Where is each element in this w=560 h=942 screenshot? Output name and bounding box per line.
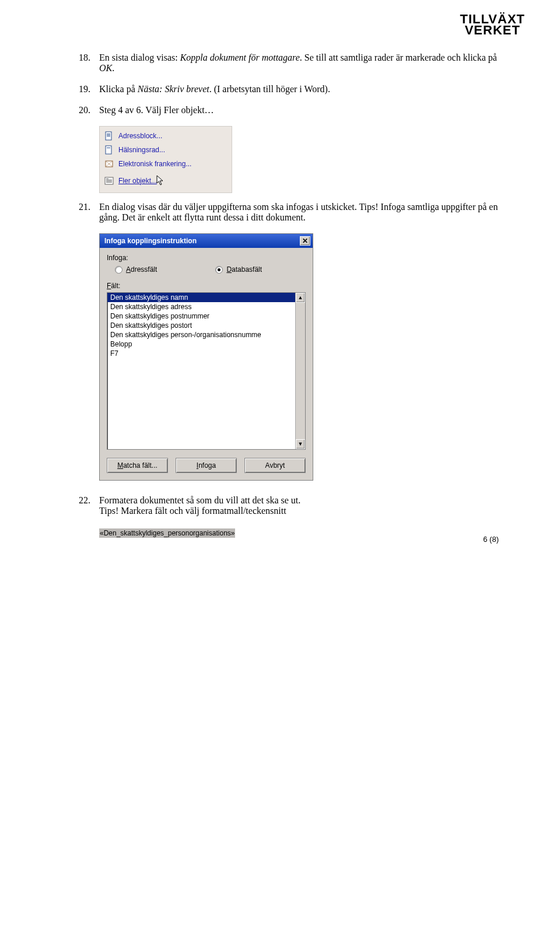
mouse-cursor-icon	[156, 174, 166, 188]
insert-button[interactable]: Infoga	[176, 458, 237, 473]
radio-label: Databasfält	[226, 265, 262, 274]
instruction-list: 18. En sista dialog visas: Koppla dokume…	[79, 52, 499, 115]
document-icon	[104, 131, 114, 141]
close-button[interactable]: ✕	[300, 236, 310, 246]
radio-icon	[215, 266, 223, 274]
step-text: En dialog visas där du väljer uppgiftern…	[99, 202, 498, 222]
scroll-down-button[interactable]: ▼	[296, 439, 305, 449]
dialog-body: Infoga: Adressfält Databasfält Fält: Den…	[100, 248, 313, 480]
svg-rect-9	[106, 180, 112, 180]
step-number: 21.	[79, 202, 90, 212]
step-20: 20. Steg 4 av 6. Välj Fler objekt…	[79, 105, 499, 115]
step-22: 22. Formatera dokumentet så som du vill …	[79, 495, 499, 516]
svg-rect-4	[106, 146, 111, 154]
step-number: 22.	[79, 495, 90, 506]
list-item[interactable]: Den skattskyldiges postort	[107, 321, 295, 330]
list-item[interactable]: Den skattskyldiges postnummer	[107, 311, 295, 321]
menu-item-label: Elektronisk frankering...	[118, 160, 191, 168]
list-item[interactable]: Den skattskyldiges person-/organisations…	[107, 330, 295, 339]
menu-item-greetingline[interactable]: Hälsningsrad...	[100, 143, 232, 157]
insert-merge-field-dialog: Infoga kopplingsinstruktion ✕ Infoga: Ad…	[99, 233, 313, 481]
dialog-titlebar: Infoga kopplingsinstruktion ✕	[100, 234, 313, 248]
radio-label: Adressfält	[126, 265, 157, 274]
close-icon: ✕	[302, 237, 308, 244]
radio-database-fields[interactable]: Databasfält	[215, 265, 262, 274]
brand-logo: TILLVÄXT VERKET	[460, 14, 525, 36]
match-fields-button[interactable]: Matcha fält...	[107, 458, 168, 473]
fields-label: Fält:	[107, 282, 306, 290]
listbox-content: Den skattskyldiges namn Den skattskyldig…	[107, 293, 295, 449]
step-text: En sista dialog visas: Koppla dokument f…	[99, 52, 497, 73]
page-number: 6 (8)	[483, 535, 499, 544]
svg-rect-1	[107, 134, 110, 134]
stamp-icon	[104, 159, 114, 169]
svg-rect-2	[107, 135, 110, 135]
menu-item-epostage[interactable]: Elektronisk frankering...	[100, 157, 232, 171]
radio-address-fields[interactable]: Adressfält	[115, 265, 157, 274]
instruction-list-3: 22. Formatera dokumentet så som du vill …	[79, 495, 499, 516]
svg-rect-8	[106, 178, 108, 179]
menu-item-addressblock[interactable]: Adressblock...	[100, 129, 232, 143]
logo-line-2: VERKET	[460, 25, 525, 36]
step-number: 19.	[79, 84, 90, 94]
chevron-up-icon: ▲	[298, 295, 303, 300]
step-number: 18.	[79, 52, 90, 63]
radio-icon	[115, 266, 123, 274]
scrollbar[interactable]: ▲ ▼	[295, 293, 305, 449]
chevron-down-icon: ▼	[298, 442, 303, 447]
fields-icon	[104, 176, 114, 185]
list-item[interactable]: Belopp	[107, 339, 295, 349]
step-text: Klicka på Nästa: Skriv brevet. (I arbets…	[99, 84, 330, 94]
menu-item-label: Adressblock...	[118, 132, 162, 140]
step-text: Steg 4 av 6. Välj Fler objekt…	[99, 105, 214, 115]
instruction-list-2: 21. En dialog visas där du väljer uppgif…	[79, 202, 499, 223]
dialog-title: Infoga kopplingsinstruktion	[104, 237, 197, 245]
svg-rect-3	[107, 136, 110, 136]
list-item[interactable]: Den skattskyldiges namn	[107, 293, 295, 302]
step-text: Formatera dokumentet så som du vill att …	[99, 495, 300, 516]
svg-rect-11	[106, 182, 112, 183]
svg-rect-5	[107, 148, 110, 148]
menu-item-label: Hälsningsrad...	[118, 146, 165, 154]
scroll-up-button[interactable]: ▲	[296, 293, 305, 303]
radio-group: Adressfält Databasfält	[115, 265, 306, 274]
list-item[interactable]: Den skattskyldiges adress	[107, 302, 295, 311]
step-19: 19. Klicka på Nästa: Skriv brevet. (I ar…	[79, 84, 499, 94]
menu-item-more-fields[interactable]: Fler objekt...	[100, 171, 232, 190]
step-18: 18. En sista dialog visas: Koppla dokume…	[79, 52, 499, 73]
step-number: 20.	[79, 105, 90, 115]
menu-item-label: Fler objekt...	[118, 177, 157, 185]
insert-label: Infoga:	[107, 254, 306, 262]
dialog-button-row: Matcha fält... Infoga Avbryt	[107, 458, 306, 473]
word-taskpane-menu: Adressblock... Hälsningsrad... Elektroni…	[99, 126, 232, 193]
svg-rect-10	[106, 181, 112, 181]
document-icon	[104, 145, 114, 155]
list-item[interactable]: F7	[107, 349, 295, 358]
step-21: 21. En dialog visas där du väljer uppgif…	[79, 202, 499, 223]
merge-field-code: «Den_skattskyldiges_personorganisations»	[99, 528, 235, 538]
cancel-button[interactable]: Avbryt	[244, 458, 306, 473]
fields-listbox[interactable]: Den skattskyldiges namn Den skattskyldig…	[107, 292, 306, 450]
